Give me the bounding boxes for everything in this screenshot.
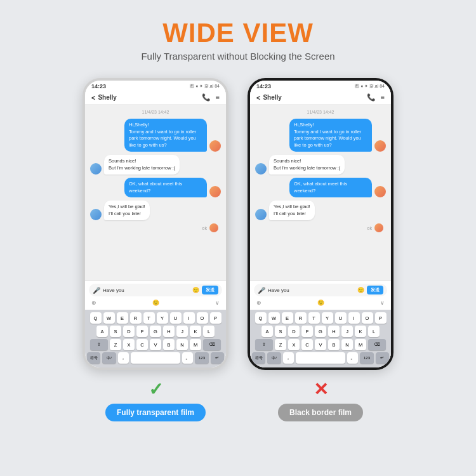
send-button-left[interactable]: 发送 <box>202 286 218 294</box>
input-text-right[interactable]: Have you <box>268 288 355 293</box>
key-m[interactable]: M <box>190 339 201 350</box>
key-backspace[interactable]: ⌫ <box>203 339 221 350</box>
emoji-icon-right[interactable]: 🙂 <box>357 287 364 293</box>
key-k[interactable]: K <box>190 326 201 337</box>
key-h[interactable]: H <box>163 326 175 337</box>
key-zh-r[interactable]: 中/ <box>267 352 281 364</box>
menu-icon-left[interactable]: ≡ <box>216 93 220 102</box>
key-q[interactable]: Q <box>90 312 102 324</box>
icons-left: 图 ♦ ✦ 奈.al 84 <box>190 83 220 89</box>
key-r[interactable]: R <box>130 312 142 324</box>
key-v[interactable]: V <box>150 339 161 350</box>
key-n[interactable]: N <box>176 339 188 350</box>
toolbar-icon-r2[interactable]: 🙂 <box>317 300 324 306</box>
chat-body-right: 11/4/23 14:42 Hi,Shelly!Tommy and I want… <box>250 105 391 281</box>
key-w-r[interactable]: W <box>268 312 280 324</box>
key-zh[interactable]: 中/ <box>102 352 116 364</box>
key-fuhao[interactable]: 符号 <box>87 352 100 364</box>
key-z[interactable]: Z <box>110 339 121 350</box>
key-q-r[interactable]: Q <box>255 312 267 324</box>
toolbar-icon-1[interactable]: ⊕ <box>91 300 96 306</box>
key-comma-r[interactable]: ， <box>283 352 294 364</box>
toolbar-icon-r3[interactable]: ∨ <box>380 300 385 306</box>
bubble-3-right: OK, what about meet this weekend? <box>289 178 372 197</box>
back-arrow-left[interactable]: < <box>91 94 95 102</box>
key-o-r[interactable]: O <box>362 312 373 324</box>
key-x[interactable]: X <box>123 339 135 350</box>
input-row-left: 🎤 Have you 🙂 发送 <box>89 284 222 296</box>
key-y[interactable]: Y <box>157 312 168 324</box>
key-y-r[interactable]: Y <box>322 312 333 324</box>
key-g-r[interactable]: G <box>315 326 326 337</box>
key-t[interactable]: T <box>143 312 155 324</box>
bubble-4-left: Yes,I will be glad!I'll call you later <box>104 201 150 220</box>
key-c[interactable]: C <box>136 339 148 350</box>
key-123-r[interactable]: 123 <box>360 352 373 364</box>
transparent-film-badge: Fully transparent film <box>105 404 206 421</box>
key-e[interactable]: E <box>117 312 128 324</box>
key-fuhao-r[interactable]: 符号 <box>252 352 265 364</box>
key-u-r[interactable]: U <box>335 312 347 324</box>
key-j[interactable]: J <box>176 326 188 337</box>
phone-icon-right[interactable]: 📞 <box>367 93 376 102</box>
key-i-r[interactable]: I <box>348 312 360 324</box>
main-subtitle: Fully Transparent without Blocking the S… <box>141 51 334 62</box>
back-arrow-right[interactable]: < <box>256 94 260 102</box>
key-a[interactable]: A <box>96 326 108 337</box>
key-c-r[interactable]: C <box>301 339 313 350</box>
toolbar-icon-3[interactable]: ∨ <box>215 300 220 306</box>
key-r-r[interactable]: R <box>295 312 307 324</box>
key-space[interactable] <box>131 352 180 364</box>
key-123[interactable]: 123 <box>195 352 208 364</box>
key-o[interactable]: O <box>197 312 208 324</box>
key-period[interactable]: 。 <box>182 352 193 364</box>
phone-icon-left[interactable]: 📞 <box>202 93 211 102</box>
key-g[interactable]: G <box>150 326 161 337</box>
key-f[interactable]: F <box>136 326 148 337</box>
key-s-r[interactable]: S <box>275 326 286 337</box>
key-f-r[interactable]: F <box>301 326 313 337</box>
input-text-left[interactable]: Have you <box>103 288 190 293</box>
key-w[interactable]: W <box>103 312 115 324</box>
key-d-r[interactable]: D <box>288 326 300 337</box>
key-s[interactable]: S <box>110 326 121 337</box>
key-p[interactable]: P <box>210 312 221 324</box>
key-backspace-r[interactable]: ⌫ <box>368 339 386 350</box>
emoji-icon-left[interactable]: 🙂 <box>192 287 199 293</box>
key-t-r[interactable]: T <box>308 312 320 324</box>
ok-text-right: ok <box>367 226 372 230</box>
key-enter-r[interactable]: ↵ <box>376 352 389 364</box>
key-l-r[interactable]: L <box>368 326 380 337</box>
key-b-r[interactable]: B <box>328 339 340 350</box>
key-enter[interactable]: ↵ <box>211 352 224 364</box>
mic-icon-right[interactable]: 🎤 <box>258 287 265 294</box>
mic-icon-left[interactable]: 🎤 <box>93 287 100 294</box>
key-h-r[interactable]: H <box>328 326 340 337</box>
key-space-r[interactable] <box>296 352 345 364</box>
key-k-r[interactable]: K <box>355 326 366 337</box>
key-d[interactable]: D <box>123 326 135 337</box>
key-m-r[interactable]: M <box>355 339 366 350</box>
key-i[interactable]: I <box>183 312 195 324</box>
menu-icon-right[interactable]: ≡ <box>381 93 385 102</box>
key-u[interactable]: U <box>170 312 182 324</box>
key-e-r[interactable]: E <box>282 312 293 324</box>
key-v-r[interactable]: V <box>315 339 326 350</box>
key-n-r[interactable]: N <box>341 339 353 350</box>
key-x-r[interactable]: X <box>288 339 300 350</box>
key-period-r[interactable]: 。 <box>347 352 358 364</box>
key-l[interactable]: L <box>203 326 215 337</box>
key-b[interactable]: B <box>163 339 175 350</box>
msg-1-right: Hi,Shelly!Tommy and I want to go in roll… <box>255 119 386 152</box>
key-j-r[interactable]: J <box>341 326 353 337</box>
toolbar-icon-r1[interactable]: ⊕ <box>256 300 261 306</box>
time-left: 14:23 <box>91 83 106 89</box>
key-p-r[interactable]: P <box>375 312 387 324</box>
toolbar-icon-2[interactable]: 🙂 <box>152 300 159 306</box>
key-comma[interactable]: ， <box>118 352 129 364</box>
key-z-r[interactable]: Z <box>275 339 286 350</box>
key-a-r[interactable]: A <box>261 326 273 337</box>
key-shift-r[interactable]: ⇧ <box>255 339 273 350</box>
send-button-right[interactable]: 发送 <box>367 286 383 294</box>
key-shift[interactable]: ⇧ <box>90 339 108 350</box>
